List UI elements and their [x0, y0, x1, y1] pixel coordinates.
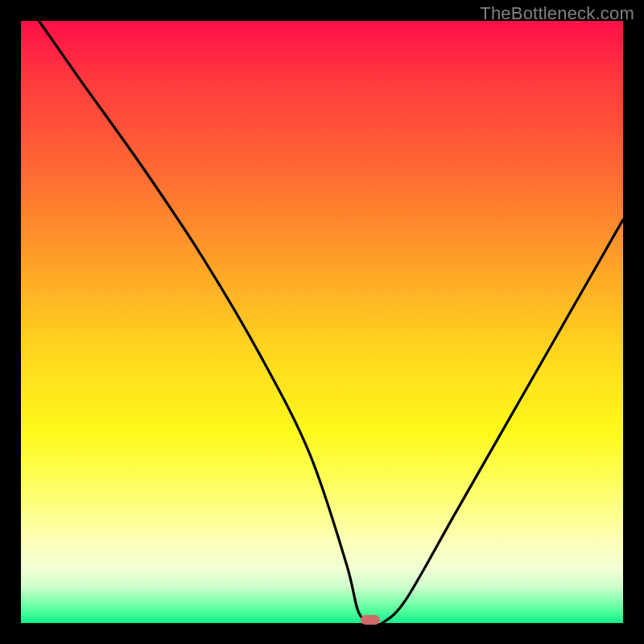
optimal-point-marker [361, 615, 380, 625]
bottleneck-curve [21, 21, 623, 623]
chart-container: TheBottleneck.com [0, 0, 644, 644]
plot-area [21, 21, 623, 623]
curve-path [39, 21, 623, 623]
